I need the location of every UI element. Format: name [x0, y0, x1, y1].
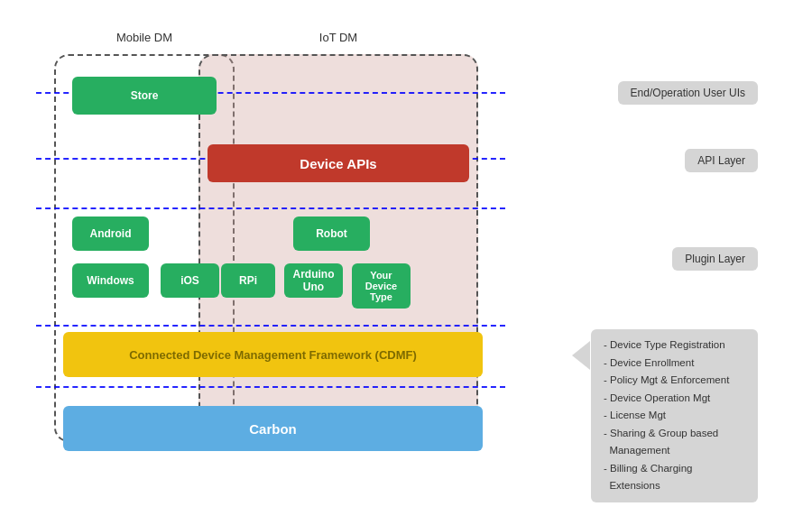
end-user-uis-label: End/Operation User UIs — [618, 81, 758, 105]
rpi-box: RPi — [221, 263, 275, 298]
cdmf-arrow — [572, 341, 590, 370]
robot-label: Robot — [316, 227, 347, 240]
dashed-line-5 — [36, 386, 505, 388]
dashed-line-3 — [36, 207, 505, 209]
dashed-line-4 — [36, 325, 505, 327]
diagram-container: Mobile DM IoT DM Store Device APIs Andro… — [27, 18, 767, 496]
your-device-box: Your Device Type — [352, 263, 411, 309]
android-label: Android — [90, 227, 132, 240]
store-label: Store — [131, 89, 159, 102]
cdmf-items: - Device Type Registration- Device Enrol… — [604, 339, 729, 491]
device-apis-label: Device APIs — [300, 156, 376, 171]
cdmf-right-label: - Device Type Registration- Device Enrol… — [591, 329, 758, 502]
android-box: Android — [72, 217, 149, 251]
plugin-layer-label: Plugin Layer — [672, 247, 758, 271]
your-device-label: Your Device Type — [365, 270, 397, 302]
robot-box: Robot — [293, 217, 370, 251]
arduino-label: ArduinoUno — [293, 268, 335, 293]
arduino-box: ArduinoUno — [284, 263, 343, 298]
store-block: Store — [72, 77, 217, 115]
cdmf-label: Connected Device Management Framework (C… — [129, 348, 417, 362]
rpi-label: RPi — [239, 274, 257, 287]
iot-dm-label: IoT DM — [198, 31, 478, 44]
carbon-label: Carbon — [249, 421, 297, 437]
carbon-block: Carbon — [63, 406, 483, 451]
ios-box: iOS — [161, 263, 219, 298]
windows-box: Windows — [72, 263, 149, 298]
device-apis-block: Device APIs — [208, 144, 469, 182]
api-layer-label: API Layer — [685, 149, 758, 172]
ios-label: iOS — [180, 274, 199, 287]
windows-label: Windows — [87, 274, 134, 287]
cdmf-block: Connected Device Management Framework (C… — [63, 332, 483, 377]
